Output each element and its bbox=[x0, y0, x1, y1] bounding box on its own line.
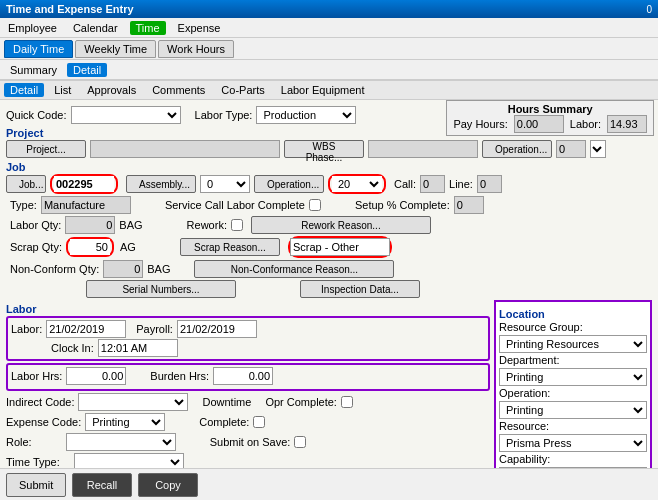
role-select[interactable] bbox=[66, 433, 176, 451]
project-row: Project... WBS Phase... Operation... bbox=[6, 140, 652, 158]
scrap-reason-field[interactable] bbox=[290, 238, 390, 256]
rework-checkbox[interactable] bbox=[231, 219, 243, 231]
labor-date-field[interactable] bbox=[46, 320, 126, 338]
operation-location-select[interactable]: Printing bbox=[499, 401, 647, 419]
wbs-phase-field[interactable] bbox=[368, 140, 478, 158]
expense-code-select[interactable]: Printing bbox=[85, 413, 165, 431]
title-bar-close[interactable]: 0 bbox=[646, 4, 652, 15]
resource-group-row: Resource Group: bbox=[499, 321, 647, 333]
project-field[interactable] bbox=[90, 140, 280, 158]
tab-labor-equipment[interactable]: Labor Equipment bbox=[275, 83, 371, 97]
job-button[interactable]: Job... bbox=[6, 175, 46, 193]
wbs-phase-button[interactable]: WBS Phase... bbox=[284, 140, 364, 158]
department-select[interactable]: Printing bbox=[499, 368, 647, 386]
menu-calendar[interactable]: Calendar bbox=[69, 21, 122, 35]
labor-type-select[interactable]: Production bbox=[256, 106, 356, 124]
menu-employee[interactable]: Employee bbox=[4, 21, 61, 35]
submit-button[interactable]: Submit bbox=[6, 473, 66, 497]
non-conform-label: Non-Conform Qty: bbox=[10, 263, 99, 275]
labor-hrs-row: Labor Hrs: Burden Hrs: bbox=[11, 367, 485, 385]
time-type-row: Time Type: bbox=[6, 453, 490, 468]
labor-type-label: Labor Type: bbox=[195, 109, 253, 121]
indirect-code-select[interactable] bbox=[78, 393, 188, 411]
labor-qty-field[interactable] bbox=[65, 216, 115, 234]
tab-list[interactable]: List bbox=[48, 83, 77, 97]
detail-tab-bar: Detail List Approvals Comments Co-Parts … bbox=[0, 80, 658, 100]
inspection-data-button[interactable]: Inspection Data... bbox=[300, 280, 420, 298]
main-content: Hours Summary Pay Hours: Labor: Quick Co… bbox=[0, 100, 658, 468]
submit-on-save-checkbox[interactable] bbox=[294, 436, 306, 448]
rework-reason-button[interactable]: Rework Reason... bbox=[251, 216, 431, 234]
job-row5: Non-Conform Qty: BAG Non-Conformance Rea… bbox=[6, 260, 652, 278]
resource-select[interactable]: Prisma Press bbox=[499, 434, 647, 452]
line-field[interactable] bbox=[477, 175, 502, 193]
tab-daily-time[interactable]: Daily Time bbox=[4, 40, 73, 58]
labor-qty-unit: BAG bbox=[119, 219, 142, 231]
operation-project-field[interactable] bbox=[556, 140, 586, 158]
tab-detail[interactable]: Detail bbox=[67, 63, 107, 77]
resource-group-label: Resource Group: bbox=[499, 321, 583, 333]
operation-button[interactable]: Operation... bbox=[482, 140, 552, 158]
job-row4: Scrap Qty: AG Scrap Reason... bbox=[6, 236, 652, 258]
service-call-label: Service Call Labor Complete bbox=[165, 199, 305, 211]
hours-summary-title: Hours Summary bbox=[453, 103, 647, 115]
line-label: Line: bbox=[449, 178, 473, 190]
menu-expense[interactable]: Expense bbox=[174, 21, 225, 35]
time-type-select[interactable] bbox=[74, 453, 184, 468]
resource-label: Resource: bbox=[499, 420, 549, 432]
service-call-checkbox[interactable] bbox=[309, 199, 321, 211]
labor-summary-label: Labor: bbox=[570, 118, 601, 130]
menu-time[interactable]: Time bbox=[130, 21, 166, 35]
tab-coparts[interactable]: Co-Parts bbox=[215, 83, 270, 97]
serial-numbers-button[interactable]: Serial Numbers... bbox=[86, 280, 236, 298]
payroll-field[interactable] bbox=[177, 320, 257, 338]
call-field[interactable] bbox=[420, 175, 445, 193]
non-conform-reason-button[interactable]: Non-Conformance Reason... bbox=[194, 260, 394, 278]
scrap-reason-button[interactable]: Scrap Reason... bbox=[180, 238, 280, 256]
clock-in-field[interactable] bbox=[98, 339, 178, 357]
quick-code-select[interactable] bbox=[71, 106, 181, 124]
setup-field[interactable] bbox=[454, 196, 484, 214]
hours-summary-box: Hours Summary Pay Hours: Labor: bbox=[446, 100, 654, 136]
tab-detail-sub[interactable]: Detail bbox=[4, 83, 44, 97]
location-label: Location bbox=[499, 308, 647, 320]
tab-approvals[interactable]: Approvals bbox=[81, 83, 142, 97]
job-number-field[interactable] bbox=[54, 176, 114, 192]
copy-button[interactable]: Copy bbox=[138, 473, 198, 497]
job-row6: Serial Numbers... Inspection Data... bbox=[6, 280, 652, 298]
clock-in-row: Clock In: bbox=[11, 339, 485, 357]
assembly-select[interactable]: 0 bbox=[200, 175, 250, 193]
recall-button[interactable]: Recall bbox=[72, 473, 132, 497]
pay-hours-field[interactable] bbox=[514, 115, 564, 133]
burden-hrs-field[interactable] bbox=[213, 367, 273, 385]
labor-section-label: Labor bbox=[6, 303, 490, 315]
indirect-code-row: Indirect Code: Downtime Opr Complete: bbox=[6, 393, 490, 411]
complete-checkbox[interactable] bbox=[253, 416, 265, 428]
tab-comments[interactable]: Comments bbox=[146, 83, 211, 97]
tab-weekly-time[interactable]: Weekly Time bbox=[75, 40, 156, 58]
operation-project-select[interactable] bbox=[590, 140, 606, 158]
operation-job-button[interactable]: Operation... bbox=[254, 175, 324, 193]
scrap-qty-field[interactable] bbox=[70, 239, 110, 255]
type-label: Type: bbox=[10, 199, 37, 211]
operation-job-select[interactable]: 20 bbox=[332, 176, 382, 192]
assembly-button[interactable]: Assembly... bbox=[126, 175, 196, 193]
opr-complete-label: Opr Complete: bbox=[265, 396, 337, 408]
primary-tab-bar: Daily Time Weekly Time Work Hours bbox=[0, 38, 658, 60]
labor-date-label: Labor: bbox=[11, 323, 42, 335]
complete-label: Complete: bbox=[199, 416, 249, 428]
type-field[interactable] bbox=[41, 196, 131, 214]
expense-code-label: Expense Code: bbox=[6, 416, 81, 428]
tab-work-hours[interactable]: Work Hours bbox=[158, 40, 234, 58]
labor-hrs-field[interactable] bbox=[66, 367, 126, 385]
non-conform-field[interactable] bbox=[103, 260, 143, 278]
opr-complete-checkbox[interactable] bbox=[341, 396, 353, 408]
setup-label: Setup % Complete: bbox=[355, 199, 450, 211]
summary-detail-bar: Summary Detail bbox=[0, 60, 658, 80]
labor-summary-field[interactable] bbox=[607, 115, 647, 133]
project-button[interactable]: Project... bbox=[6, 140, 86, 158]
title-bar-text: Time and Expense Entry bbox=[6, 3, 134, 15]
tab-summary[interactable]: Summary bbox=[4, 63, 63, 77]
resource-group-select[interactable]: Printing Resources bbox=[499, 335, 647, 353]
time-type-label: Time Type: bbox=[6, 456, 60, 468]
